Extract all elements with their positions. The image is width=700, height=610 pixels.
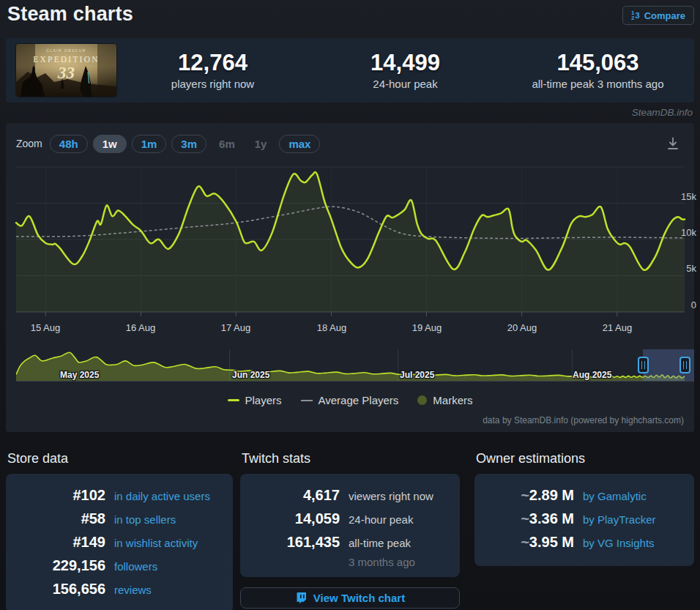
twitch-row: 161,435 all-time peak bbox=[252, 534, 448, 551]
zoom-1m-button[interactable]: 1m bbox=[132, 135, 167, 153]
legend-item-average-players[interactable]: Average Players bbox=[301, 394, 399, 406]
players-now-value: 12,764 bbox=[116, 51, 309, 75]
navigator-right-handle[interactable] bbox=[679, 357, 690, 373]
capsule-title-main: EXPEDITION bbox=[33, 55, 99, 64]
alltime-peak-label: all-time peak 3 months ago bbox=[502, 78, 694, 90]
owner-vginsights-link[interactable]: by VG Insights bbox=[583, 537, 655, 549]
peak-24h-value: 14,499 bbox=[309, 51, 502, 75]
players-chart-plot[interactable]: 15k 10k 5k 0 15 Aug 16 Aug 17 Aug 18 Aug… bbox=[16, 167, 685, 312]
players-chart-svg[interactable] bbox=[16, 167, 685, 312]
store-row: 156,656 reviews bbox=[18, 581, 221, 598]
game-capsule-image[interactable]: CLAIR OBSCUR EXPEDITION 33 bbox=[16, 44, 116, 97]
legend-players-label: Players bbox=[245, 394, 282, 406]
page-title: Steam charts bbox=[7, 3, 133, 26]
y-axis-label: 5k bbox=[666, 263, 696, 274]
navigator-month-label: Jul 2025 bbox=[400, 370, 434, 380]
markers-dot-swatch bbox=[417, 395, 427, 405]
owner-row: ~2.89 M by Gamalytic bbox=[486, 487, 682, 504]
zoom-6m-button: 6m bbox=[212, 135, 242, 153]
x-axis-label: 20 Aug bbox=[507, 322, 537, 333]
legend-average-label: Average Players bbox=[319, 394, 399, 406]
download-icon[interactable] bbox=[663, 135, 682, 154]
average-line-swatch bbox=[301, 400, 313, 401]
navigator-left-handle[interactable] bbox=[638, 357, 649, 373]
store-followers-link[interactable]: followers bbox=[114, 560, 157, 573]
owner-estimate-value: ~2.89 M bbox=[486, 487, 574, 504]
owner-estimate-value: ~3.36 M bbox=[486, 510, 574, 527]
store-top-sellers-link[interactable]: in top sellers bbox=[114, 513, 176, 526]
store-data-card: #102 in daily active users #58 in top se… bbox=[6, 474, 233, 610]
x-axis-label: 16 Aug bbox=[126, 322, 156, 333]
chart-credits[interactable]: data by SteamDB.info (powered by highcha… bbox=[483, 415, 684, 425]
peak-24h-label: 24-hour peak bbox=[309, 78, 502, 90]
capsule-title-small: CLAIR OBSCUR bbox=[46, 48, 86, 53]
owner-row: ~3.95 M by VG Insights bbox=[486, 534, 682, 551]
store-wishlist-link[interactable]: in wishlist activity bbox=[114, 537, 198, 549]
store-reviews-value: 156,656 bbox=[18, 581, 105, 598]
x-axis-label: 21 Aug bbox=[603, 322, 633, 333]
view-twitch-chart-button[interactable]: View Twitch chart bbox=[240, 587, 460, 609]
compare-button-label: Compare bbox=[644, 10, 685, 21]
twitch-stats-card: 4,617 viewers right now 14,059 24-hour p… bbox=[240, 474, 460, 577]
zoom-3m-button[interactable]: 3m bbox=[171, 135, 206, 153]
store-data-heading: Store data bbox=[7, 451, 233, 466]
owner-estimate-value: ~3.95 M bbox=[486, 534, 574, 551]
store-data-section: Store data #102 in daily active users #5… bbox=[6, 451, 233, 610]
steamdb-charts-page: Steam charts 123 Compare bbox=[0, 0, 700, 610]
store-rank-value: #102 bbox=[18, 487, 105, 504]
stat-24h-peak: 14,499 24-hour peak bbox=[309, 51, 502, 90]
players-now-label: players right now bbox=[116, 78, 309, 90]
game-capsule-art: CLAIR OBSCUR EXPEDITION 33 bbox=[16, 44, 116, 97]
y-axis-label: 10k bbox=[666, 227, 696, 238]
store-reviews-link[interactable]: reviews bbox=[114, 584, 152, 596]
navigator-month-label: Jun 2025 bbox=[232, 370, 269, 380]
zoom-label: Zoom bbox=[16, 138, 42, 149]
zoom-max-button[interactable]: max bbox=[279, 135, 320, 153]
y-axis-label: 0 bbox=[666, 300, 696, 310]
legend-markers-label: Markers bbox=[433, 394, 472, 406]
zoom-1w-button[interactable]: 1w bbox=[93, 135, 127, 153]
chart-navigator[interactable]: May 2025 Jun 2025 Jul 2025 Aug 2025 bbox=[16, 349, 694, 382]
steamdb-watermark: SteamDB.info bbox=[632, 107, 693, 118]
zoom-controls: Zoom 48h 1w 1m 3m 6m 1y max bbox=[16, 134, 320, 153]
legend-item-players[interactable]: Players bbox=[228, 394, 282, 406]
compare-button[interactable]: 123 Compare bbox=[622, 6, 694, 25]
stat-players-now: 12,764 players right now bbox=[116, 51, 309, 90]
x-axis-label: 18 Aug bbox=[317, 322, 347, 333]
twitch-alltime-peak-label: all-time peak bbox=[349, 537, 411, 549]
store-followers-value: 229,156 bbox=[18, 557, 105, 574]
chart-panel: Zoom 48h 1w 1m 3m 6m 1y max 15k 10k 5k 0… bbox=[6, 123, 694, 432]
twitch-viewers-label: viewers right now bbox=[349, 490, 433, 502]
x-axis-label: 17 Aug bbox=[221, 322, 251, 333]
twitch-24h-peak-label: 24-hour peak bbox=[349, 513, 413, 526]
owner-playtracker-link[interactable]: by PlayTracker bbox=[583, 513, 655, 526]
navigator-month-label: May 2025 bbox=[60, 370, 99, 380]
owner-estimations-card: ~2.89 M by Gamalytic ~3.36 M by PlayTrac… bbox=[474, 474, 694, 566]
twitch-alltime-peak-value: 161,435 bbox=[252, 534, 340, 551]
zoom-1y-button: 1y bbox=[247, 135, 275, 153]
twitch-row: 14,059 24-hour peak bbox=[252, 510, 448, 527]
store-rank-value: #149 bbox=[18, 534, 105, 551]
view-twitch-chart-label: View Twitch chart bbox=[313, 592, 405, 604]
owner-row: ~3.36 M by PlayTracker bbox=[486, 510, 682, 527]
twitch-peak-ago: 3 months ago bbox=[349, 556, 448, 568]
x-axis-label: 15 Aug bbox=[31, 322, 61, 333]
twitch-stats-heading: Twitch stats bbox=[242, 451, 460, 466]
twitch-stats-section: Twitch stats 4,617 viewers right now 14,… bbox=[240, 451, 460, 609]
alltime-peak-value: 145,063 bbox=[502, 51, 694, 75]
store-rank-value: #58 bbox=[18, 510, 105, 527]
navigator-month-label: Aug 2025 bbox=[573, 370, 611, 380]
legend-item-markers[interactable]: Markers bbox=[417, 394, 472, 406]
twitch-viewers-value: 4,617 bbox=[252, 487, 340, 504]
store-daily-active-link[interactable]: in daily active users bbox=[114, 490, 210, 502]
y-axis-label: 15k bbox=[666, 191, 696, 202]
twitch-24h-peak-value: 14,059 bbox=[252, 510, 340, 527]
player-stats-panel: CLAIR OBSCUR EXPEDITION 33 12,764 player… bbox=[6, 38, 694, 103]
owner-estimations-section: Owner estimations ~2.89 M by Gamalytic ~… bbox=[474, 451, 694, 566]
store-row: #58 in top sellers bbox=[18, 510, 221, 527]
zoom-48h-button[interactable]: 48h bbox=[50, 135, 88, 153]
owner-gamalytic-link[interactable]: by Gamalytic bbox=[583, 490, 647, 502]
twitch-row: 4,617 viewers right now bbox=[252, 487, 448, 504]
stat-alltime-peak: 145,063 all-time peak 3 months ago bbox=[502, 51, 694, 90]
twitch-glitch-icon bbox=[295, 592, 308, 604]
